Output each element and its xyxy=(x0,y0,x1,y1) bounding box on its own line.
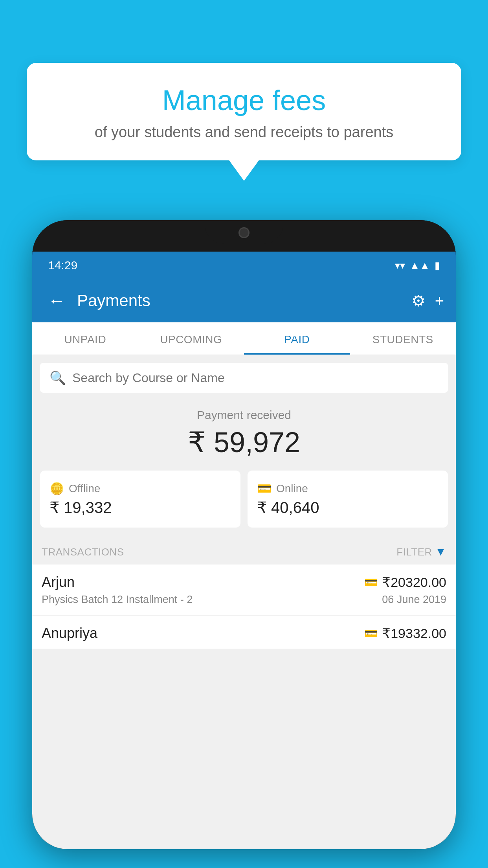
tab-unpaid[interactable]: UNPAID xyxy=(32,322,138,355)
notch xyxy=(205,220,283,244)
payment-amount: ₹ 59,972 xyxy=(40,426,448,459)
offline-label: Offline xyxy=(69,482,100,495)
table-row: Anupriya 💳 ₹19332.00 xyxy=(32,616,456,649)
payment-received-label: Payment received xyxy=(40,408,448,422)
transaction-name-1: Arjun xyxy=(42,574,75,590)
tab-upcoming[interactable]: UPCOMING xyxy=(138,322,244,355)
back-button[interactable]: ← xyxy=(44,287,69,314)
camera xyxy=(238,227,250,238)
signal-icon: ▲▲ xyxy=(410,259,430,272)
tooltip-title: Manage fees xyxy=(50,85,438,116)
payment-cards: 🪙 Offline ₹ 19,332 💳 Online ₹ 40,640 xyxy=(32,471,456,539)
battery-icon: ▮ xyxy=(435,259,440,272)
online-card: 💳 Online ₹ 40,640 xyxy=(248,471,448,528)
transaction-top-2: Anupriya 💳 ₹19332.00 xyxy=(42,625,446,642)
search-bar: 🔍 xyxy=(40,363,448,393)
transaction-top-1: Arjun 💳 ₹20320.00 xyxy=(42,574,446,590)
filter-label: FILTER xyxy=(396,546,432,558)
app-bar-actions: ⚙ + xyxy=(411,292,444,310)
payment-summary: Payment received ₹ 59,972 xyxy=(32,393,456,471)
status-bar: 14:29 ▾▾ ▲▲ ▮ xyxy=(32,252,456,279)
tab-students[interactable]: STUDENTS xyxy=(350,322,456,355)
transaction-type-icon-2: 💳 xyxy=(364,627,378,640)
table-row: Arjun 💳 ₹20320.00 Physics Batch 12 Insta… xyxy=(32,565,456,616)
online-card-header: 💳 Online xyxy=(257,482,438,495)
online-label: Online xyxy=(276,482,308,495)
screen: ← Payments ⚙ + UNPAID UPCOMING PAID STUD… xyxy=(32,279,456,849)
transaction-type-icon-1: 💳 xyxy=(364,576,378,589)
online-icon: 💳 xyxy=(257,482,272,495)
transaction-amount-wrap-2: 💳 ₹19332.00 xyxy=(364,625,446,641)
phone-notch-area xyxy=(32,220,456,252)
filter-button[interactable]: FILTER ▼ xyxy=(396,546,446,558)
app-bar-title: Payments xyxy=(77,291,404,310)
tab-paid[interactable]: PAID xyxy=(244,322,350,355)
status-icons: ▾▾ ▲▲ ▮ xyxy=(395,259,440,272)
filter-icon: ▼ xyxy=(435,546,446,558)
transaction-name-2: Anupriya xyxy=(42,625,97,642)
search-input[interactable] xyxy=(72,371,438,385)
transactions-header: TRANSACTIONS FILTER ▼ xyxy=(32,539,456,565)
transactions-label: TRANSACTIONS xyxy=(42,546,124,558)
offline-amount: ₹ 19,332 xyxy=(50,498,231,517)
transaction-amount-1: ₹20320.00 xyxy=(382,574,446,590)
settings-icon[interactable]: ⚙ xyxy=(411,292,426,310)
online-amount: ₹ 40,640 xyxy=(257,498,438,517)
transaction-date-1: 06 June 2019 xyxy=(382,594,446,606)
tabs: UNPAID UPCOMING PAID STUDENTS xyxy=(32,322,456,355)
offline-icon: 🪙 xyxy=(50,482,64,495)
status-time: 14:29 xyxy=(48,259,77,272)
transaction-desc-1: Physics Batch 12 Installment - 2 xyxy=(42,594,193,606)
add-icon[interactable]: + xyxy=(435,292,444,310)
wifi-icon: ▾▾ xyxy=(395,259,405,272)
offline-card-header: 🪙 Offline xyxy=(50,482,231,495)
offline-card: 🪙 Offline ₹ 19,332 xyxy=(40,471,240,528)
transaction-amount-wrap-1: 💳 ₹20320.00 xyxy=(364,574,446,590)
transaction-bottom-1: Physics Batch 12 Installment - 2 06 June… xyxy=(42,594,446,606)
transaction-list: Arjun 💳 ₹20320.00 Physics Batch 12 Insta… xyxy=(32,565,456,649)
phone-frame: 14:29 ▾▾ ▲▲ ▮ ← Payments ⚙ + UNPAID UPCO… xyxy=(32,220,456,849)
transaction-amount-2: ₹19332.00 xyxy=(382,625,446,641)
tooltip-subtitle: of your students and send receipts to pa… xyxy=(50,124,438,141)
tooltip-card: Manage fees of your students and send re… xyxy=(27,63,461,160)
search-icon: 🔍 xyxy=(50,370,66,386)
app-bar: ← Payments ⚙ + xyxy=(32,279,456,322)
